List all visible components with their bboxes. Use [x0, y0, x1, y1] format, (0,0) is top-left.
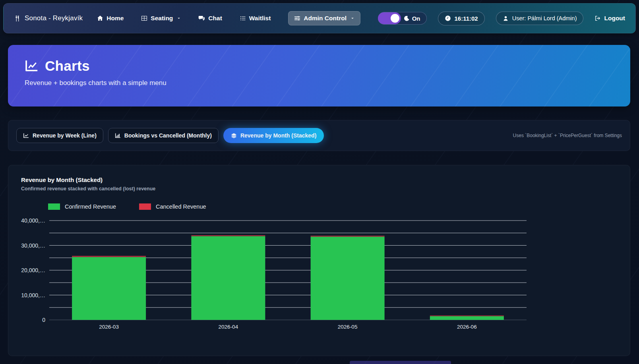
- bar-segment-confirmed[interactable]: [430, 316, 504, 320]
- legend-item-cancelled[interactable]: Cancelled Revenue: [139, 203, 206, 210]
- nav-right: On 16:11:02 User: Pálmi Lord (Admin) Log…: [378, 12, 625, 25]
- toggle-state-label: On: [412, 15, 420, 22]
- y-axis-tick: 30,000,…: [21, 242, 45, 249]
- clock-display: 16:11:02: [438, 12, 485, 25]
- waitlist-icon: [240, 15, 246, 21]
- nav-item-label: Seating: [151, 15, 173, 22]
- dark-mode-toggle[interactable]: On: [378, 12, 427, 25]
- legend-item-confirmed[interactable]: Confirmed Revenue: [48, 203, 116, 210]
- chart-legend: Confirmed RevenueCancelled Revenue: [48, 203, 617, 210]
- user-icon: [503, 15, 509, 21]
- bar-segment-cancelled[interactable]: [311, 236, 385, 237]
- legend-label: Confirmed Revenue: [65, 203, 116, 210]
- menu-note: Uses `BookingList` + `PricePerGuest` fro…: [513, 133, 622, 138]
- bar-segment-confirmed[interactable]: [72, 257, 146, 320]
- seating-icon: [141, 15, 147, 21]
- x-axis-label: 2026-04: [219, 324, 238, 330]
- page-subtitle: Revenue + bookings charts with a simple …: [25, 79, 614, 87]
- caret-down-icon: [177, 16, 181, 20]
- chart-card: Revenue by Month (Stacked) Confirmed rev…: [8, 165, 630, 356]
- sliders-icon: [294, 15, 300, 21]
- bar-segment-cancelled[interactable]: [191, 235, 265, 236]
- x-axis-label: 2026-05: [338, 324, 358, 330]
- bar-segment-confirmed[interactable]: [311, 237, 385, 320]
- bar-segment-cancelled[interactable]: [72, 256, 146, 257]
- bar-chart-icon: [115, 133, 121, 139]
- moon-icon: [404, 15, 410, 21]
- user-badge: User: Pálmi Lord (Admin): [496, 12, 584, 25]
- x-axis-label: 2026-06: [457, 324, 477, 330]
- chart-title: Revenue by Month (Stacked): [21, 176, 617, 183]
- user-text: User: Pálmi Lord (Admin): [512, 15, 577, 21]
- chart-menu-buttons: Revenue by Week (Line)Bookings vs Cancel…: [16, 128, 324, 143]
- time-text: 16:11:02: [455, 15, 478, 22]
- legend-label: Cancelled Revenue: [156, 203, 206, 210]
- logout-icon: [594, 15, 601, 21]
- clock-icon: [445, 15, 451, 21]
- bar-chart-canvas: 010,000,…20,000,…30,000,…40,000,…2026-03…: [21, 212, 538, 336]
- chart-line-icon: [23, 133, 29, 139]
- x-axis-label: 2026-03: [99, 324, 119, 330]
- nav-item-home[interactable]: Home: [97, 15, 124, 22]
- chat-icon: [198, 15, 205, 21]
- hero-title-row: Charts: [25, 58, 614, 74]
- nav-item-seating[interactable]: Seating: [141, 15, 181, 22]
- y-axis-tick: 40,000,…: [21, 217, 45, 224]
- menu-button-label: Revenue by Week (Line): [33, 132, 97, 139]
- hero-banner: Charts Revenue + bookings charts with a …: [8, 45, 630, 106]
- chart-menu-button-1[interactable]: Revenue by Week (Line): [16, 128, 103, 143]
- legend-swatch: [139, 203, 151, 210]
- chart-subtitle: Confirmed revenue stacked with cancelled…: [21, 186, 617, 192]
- logout-button[interactable]: Logout: [594, 15, 625, 22]
- restaurant-icon: [14, 15, 21, 22]
- chart-menu: Revenue by Week (Line)Bookings vs Cancel…: [8, 120, 630, 151]
- brand: Sonota - Reykjavík: [14, 14, 83, 22]
- y-axis-tick: 20,000,…: [21, 267, 45, 273]
- chart-menu-button-2[interactable]: Bookings vs Cancelled (Monthly): [108, 128, 219, 143]
- layers-icon: [231, 133, 237, 139]
- menu-button-label: Bookings vs Cancelled (Monthly): [124, 132, 212, 139]
- bar-segment-confirmed[interactable]: [191, 236, 265, 320]
- legend-swatch: [48, 203, 60, 210]
- logout-label: Logout: [604, 15, 625, 22]
- page-title: Charts: [45, 58, 90, 74]
- nav-items: HomeSeatingChatWaitlistAdmin Control: [97, 11, 360, 25]
- y-axis-tick: 10,000,…: [21, 292, 45, 298]
- caret-down-icon: [350, 16, 354, 20]
- nav-item-label: Chat: [208, 15, 222, 22]
- nav-item-label: Admin Control: [304, 15, 347, 22]
- chart-line-icon: [25, 59, 39, 73]
- bar-segment-cancelled[interactable]: [430, 316, 504, 316]
- nav-item-label: Home: [106, 15, 124, 22]
- menu-button-label: Revenue by Month (Stacked): [240, 132, 316, 139]
- nav-item-label: Waitlist: [249, 15, 271, 22]
- toggle-knob[interactable]: [391, 14, 399, 23]
- bottom-partial-element: [350, 361, 451, 364]
- brand-text: Sonota - Reykjavík: [25, 14, 83, 22]
- nav-item-chat[interactable]: Chat: [198, 15, 222, 22]
- y-axis-tick: 0: [42, 317, 45, 323]
- toggle-switch[interactable]: [378, 12, 401, 24]
- nav-item-waitlist[interactable]: Waitlist: [240, 15, 271, 22]
- home-icon: [97, 15, 103, 21]
- nav-item-admin-control[interactable]: Admin Control: [288, 11, 360, 25]
- chart-menu-button-3[interactable]: Revenue by Month (Stacked): [223, 128, 324, 143]
- navbar: Sonota - Reykjavík HomeSeatingChatWaitli…: [3, 3, 636, 33]
